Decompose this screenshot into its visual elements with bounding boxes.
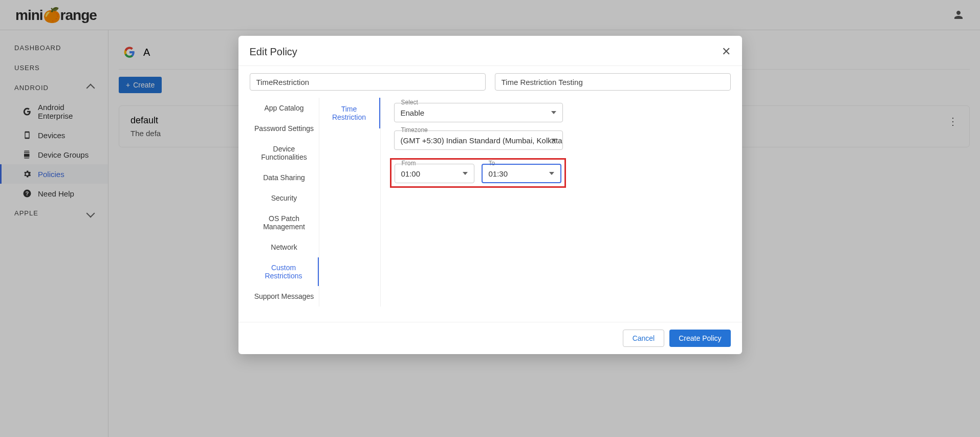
modal-backdrop: Edit Policy ✕ App Catalog Password Setti…: [0, 0, 980, 437]
cat-password-settings[interactable]: Password Settings: [250, 118, 319, 139]
cat-network[interactable]: Network: [250, 237, 319, 257]
from-time-dropdown[interactable]: 01:00: [395, 164, 474, 183]
policy-name-input[interactable]: [250, 73, 486, 91]
category-list: App Catalog Password Settings Device Fun…: [250, 98, 319, 307]
cat-security[interactable]: Security: [250, 188, 319, 208]
modal-title: Edit Policy: [250, 46, 297, 58]
cat-data-sharing[interactable]: Data Sharing: [250, 167, 319, 188]
form-area: Select Enable Timezone (GMT +5:30) India…: [381, 98, 731, 307]
time-range-highlight: From 01:00 To 01:30: [390, 158, 566, 188]
cancel-button[interactable]: Cancel: [623, 330, 665, 347]
cat-app-catalog[interactable]: App Catalog: [250, 98, 319, 118]
policy-desc-input[interactable]: [495, 73, 731, 91]
sub-time-restriction[interactable]: Time Restriction: [319, 98, 380, 128]
cat-os-patch[interactable]: OS Patch Management: [250, 208, 319, 237]
cat-custom-restrictions[interactable]: Custom Restrictions: [250, 257, 319, 286]
subcategory-list: Time Restriction: [319, 98, 381, 307]
cat-support-messages[interactable]: Support Messages: [250, 286, 319, 307]
to-time-dropdown[interactable]: 01:30: [482, 164, 561, 183]
select-enable-dropdown[interactable]: Enable: [394, 103, 563, 122]
cat-device-functionalities[interactable]: Device Functionalities: [250, 139, 319, 167]
edit-policy-modal: Edit Policy ✕ App Catalog Password Setti…: [238, 36, 742, 354]
timezone-dropdown[interactable]: (GMT +5:30) Indian Standard (Mumbai, Kol…: [394, 130, 563, 150]
close-icon[interactable]: ✕: [722, 45, 731, 58]
create-policy-button[interactable]: Create Policy: [669, 330, 730, 347]
